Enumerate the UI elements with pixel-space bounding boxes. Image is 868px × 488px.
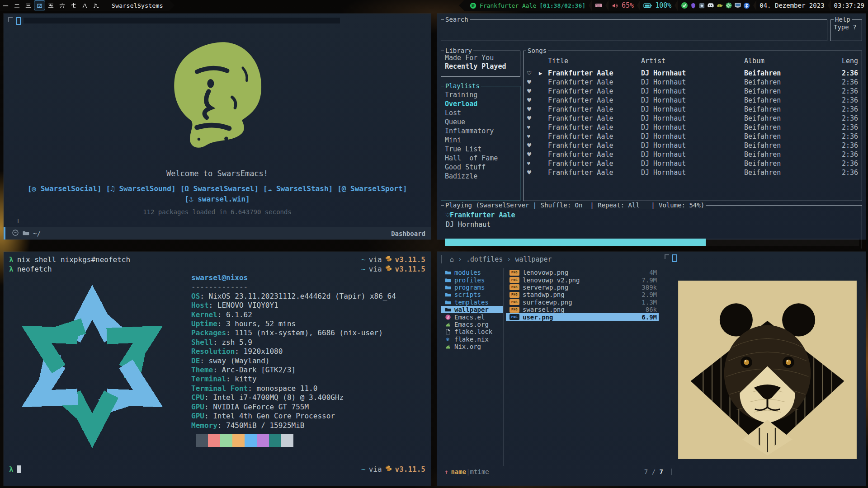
song-row[interactable]: ♥Frankfurter AaleDJ HornhautBeifahren2:3… xyxy=(524,141,862,150)
playlists-panel: Playlists TrainingOverloadLostQueueInfla… xyxy=(441,86,520,201)
workspace-1[interactable] xyxy=(0,0,11,10)
breadcrumb-segment[interactable]: .dotfiles xyxy=(466,255,503,263)
playlist-item[interactable]: True List xyxy=(441,145,520,154)
sort-ascending-icon[interactable]: ↑ xyxy=(444,468,448,475)
shield-icon[interactable] xyxy=(690,2,697,9)
playlist-item[interactable]: Badizzle xyxy=(441,172,520,181)
file-row-modules[interactable]: modules xyxy=(441,269,503,276)
terminal-prompt-line[interactable]: λ ~viav3.11.5 xyxy=(9,465,425,474)
song-row[interactable]: ♥Frankfurter AaleDJ HornhautBeifahren2:3… xyxy=(524,168,862,177)
workspace-5[interactable] xyxy=(45,0,57,10)
home-icon[interactable]: ⌂ xyxy=(450,255,454,263)
song-row[interactable]: ♥Frankfurter AaleDJ HornhautBeifahren2:3… xyxy=(524,159,862,168)
file-row-wallpaper[interactable]: wallpaper xyxy=(441,306,503,313)
neofetch-colon: : xyxy=(217,310,222,319)
dashboard-link-3[interactable]: [Ω SwarselSwarsel] xyxy=(180,184,259,193)
heart-icon[interactable]: ♥ xyxy=(527,87,539,95)
breadcrumb-segment[interactable]: wallpaper xyxy=(515,255,552,263)
heart-icon[interactable]: ♥ xyxy=(527,78,539,86)
file-row-serverwp.png[interactable]: PNGserverwp.png389k xyxy=(506,284,659,291)
column-album[interactable]: Album xyxy=(744,57,830,65)
song-row[interactable]: ♥Frankfurter AaleDJ HornhautBeifahren2:3… xyxy=(524,78,862,87)
heart-icon[interactable]: ♥ xyxy=(527,150,539,159)
search-input[interactable] xyxy=(441,20,827,41)
heart-icon[interactable]: ♡ xyxy=(446,211,450,219)
file-row-programs[interactable]: programs xyxy=(441,284,503,291)
discord-icon[interactable] xyxy=(707,2,714,9)
song-length: 2:36 xyxy=(830,69,858,77)
file-row-Emacs.org[interactable]: Emacs.org xyxy=(441,321,503,328)
heart-icon[interactable]: ♥ xyxy=(527,105,539,113)
song-row[interactable]: ♥Frankfurter AaleDJ HornhautBeifahren2:3… xyxy=(524,96,862,105)
spotify-icon[interactable] xyxy=(470,2,476,9)
song-length: 2:36 xyxy=(830,169,858,177)
turtle-icon[interactable] xyxy=(716,2,723,9)
file-row-profiles[interactable]: profiles xyxy=(441,276,503,283)
sort-alt-field[interactable]: mtime xyxy=(470,468,489,475)
heart-icon[interactable]: ♥ xyxy=(527,161,539,167)
column-length[interactable]: Leng xyxy=(830,57,858,65)
bluetooth-icon[interactable] xyxy=(743,2,750,9)
playlist-item[interactable]: Mini xyxy=(441,136,520,145)
playlist-item[interactable]: Overload xyxy=(441,99,520,108)
file-row-lenovowp_v2.png[interactable]: PNGlenovowp_v2.png7.9M xyxy=(506,276,659,283)
volume-icon[interactable] xyxy=(612,2,618,9)
file-row-flake.lock[interactable]: flake.lock xyxy=(441,328,503,335)
heart-icon[interactable]: ♥ xyxy=(527,125,539,131)
file-row-lenovowp.png[interactable]: PNGlenovowp.png4M xyxy=(506,269,659,276)
heart-icon[interactable]: ♥ xyxy=(527,114,539,122)
library-item[interactable]: Made For You xyxy=(441,54,520,62)
playlist-item[interactable]: Good Stuff xyxy=(441,163,520,172)
playlist-item[interactable]: Inflammatory xyxy=(441,127,520,136)
library-item[interactable]: Recently Played xyxy=(441,62,520,71)
workspace-9[interactable] xyxy=(90,0,102,10)
check-status-icon[interactable] xyxy=(681,2,688,9)
workspace-2[interactable] xyxy=(11,0,23,10)
column-artist[interactable]: Artist xyxy=(641,57,744,65)
file-row-user.png[interactable]: PNGuser.png6.9M xyxy=(506,313,659,320)
song-row[interactable]: ♡▶Frankfurter AaleDJ HornhautBeifahren2:… xyxy=(524,69,862,78)
file-row-swarsel.png[interactable]: PNGswarsel.png86k xyxy=(506,306,659,313)
keyboard-layout-icon[interactable] xyxy=(595,3,602,8)
dashboard-link-4[interactable]: [☁ SwarselStash] xyxy=(263,184,333,193)
song-row[interactable]: ♥Frankfurter AaleDJ HornhautBeifahren2:3… xyxy=(524,132,862,141)
song-row[interactable]: ♥Frankfurter AaleDJ HornhautBeifahren2:3… xyxy=(524,114,862,123)
file-row-Emacs.el[interactable]: Emacs.el xyxy=(441,313,503,320)
song-row[interactable]: ♥Frankfurter AaleDJ HornhautBeifahren2:3… xyxy=(524,105,862,114)
dashboard-link-5[interactable]: [@ SwarselSport] xyxy=(337,184,407,193)
workspace-6[interactable] xyxy=(57,0,68,10)
workspace-8[interactable] xyxy=(79,0,90,10)
column-title[interactable]: Title xyxy=(548,57,641,65)
song-row[interactable]: ♥Frankfurter AaleDJ HornhautBeifahren2:3… xyxy=(524,123,862,132)
display-icon[interactable] xyxy=(734,2,741,9)
workspace-4[interactable] xyxy=(34,0,45,10)
playlist-item[interactable]: Training xyxy=(441,90,520,99)
heart-icon[interactable]: ♥ xyxy=(527,141,539,150)
playlist-item[interactable]: Hall of Fame xyxy=(441,154,520,163)
song-row[interactable]: ♥Frankfurter AaleDJ HornhautBeifahren2:3… xyxy=(524,150,862,159)
heart-icon[interactable]: ♥ xyxy=(527,96,539,104)
heart-icon[interactable]: ♡ xyxy=(527,69,539,77)
star-box-icon[interactable] xyxy=(698,2,705,9)
heart-icon[interactable]: ♥ xyxy=(527,134,539,140)
workspace-3[interactable] xyxy=(23,0,34,10)
sort-field[interactable]: name xyxy=(451,468,466,475)
site-link[interactable]: [⚓ swarsel.win] xyxy=(4,195,431,203)
file-row-surfacewp.png[interactable]: PNGsurfacewp.png1.3M xyxy=(506,299,659,306)
playlist-item[interactable]: Lost xyxy=(441,108,520,117)
playlist-item[interactable]: Queue xyxy=(441,117,520,127)
wheel-icon[interactable] xyxy=(725,2,732,9)
dashboard-link-1[interactable]: [◎ SwarselSocial] xyxy=(28,184,102,193)
workspace-7[interactable] xyxy=(68,0,79,10)
dashboard-link-2[interactable]: [♫ SwarselSound] xyxy=(106,184,176,193)
now-playing-track[interactable]: Frankfurter Aale xyxy=(480,2,536,9)
file-row-Nix.org[interactable]: Nix.org xyxy=(441,343,503,350)
song-row[interactable]: ♥Frankfurter AaleDJ HornhautBeifahren2:3… xyxy=(524,87,862,96)
terminal-window[interactable]: λ nix shell nixpkgs#neofetch ~viav3.11.5… xyxy=(4,252,431,486)
file-row-flake.nix[interactable]: ❄flake.nix xyxy=(441,336,503,343)
heart-icon[interactable]: ♥ xyxy=(527,169,539,177)
progress-bar[interactable] xyxy=(445,239,859,246)
file-row-scripts[interactable]: scripts xyxy=(441,291,503,298)
file-row-templates[interactable]: templates xyxy=(441,299,503,306)
file-row-standwp.png[interactable]: PNGstandwp.png2.9M xyxy=(506,291,659,298)
